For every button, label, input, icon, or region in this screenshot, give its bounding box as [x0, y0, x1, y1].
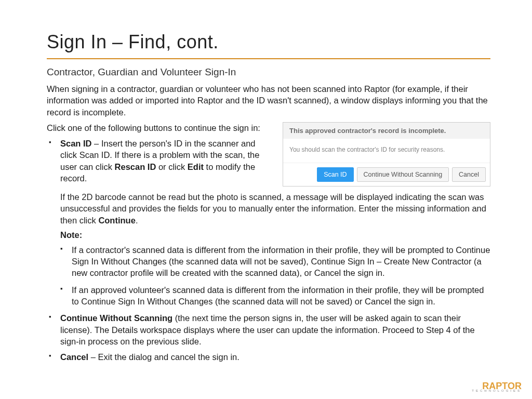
scan-id-button[interactable]: Scan ID	[317, 167, 353, 182]
note-label: Note:	[60, 230, 490, 240]
barcode-paragraph: If the 2D barcode cannot be read but the…	[60, 191, 490, 226]
logo-main-text: RAPTOR	[472, 383, 522, 390]
logo-sub-text: TECHNOLOGIES	[472, 390, 522, 392]
cancel-button[interactable]: Cancel	[452, 167, 486, 182]
note-item-contractor: If a contractor's scanned data is differ…	[72, 244, 490, 279]
cws-label: Continue Without Scanning	[60, 313, 172, 323]
title-rule	[47, 58, 490, 59]
bullet-cancel: Cancel – Exit the dialog and cancel the …	[60, 351, 490, 363]
edit-bold: Edit	[188, 162, 204, 171]
lead-in-text: Click one of the following buttons to co…	[47, 122, 274, 134]
page-title: Sign In – Find, cont.	[47, 31, 490, 53]
note-item-volunteer: If an approved volunteer's scanned data …	[72, 284, 490, 308]
raptor-logo: RAPTOR TECHNOLOGIES	[472, 383, 522, 392]
cancel-text: – Exit the dialog and cancel the sign in…	[88, 352, 240, 362]
cancel-label: Cancel	[60, 352, 88, 362]
continue-bold: Continue	[98, 216, 136, 225]
barcode-text-b: .	[136, 216, 138, 225]
bullet-scan-id: Scan ID – Insert the person's ID in the …	[60, 138, 274, 184]
rescan-id-bold: Rescan ID	[115, 162, 156, 171]
bullet-continue-without-scanning: Continue Without Scanning (the next time…	[60, 312, 490, 347]
continue-without-scanning-button[interactable]: Continue Without Scanning	[357, 167, 449, 182]
intro-paragraph: When signing in a contractor, guardian o…	[47, 83, 490, 118]
scan-id-label: Scan ID	[60, 139, 92, 148]
incomplete-record-dialog: This approved contractor's record is inc…	[283, 122, 490, 187]
dialog-footer: Scan ID Continue Without Scanning Cancel	[283, 163, 490, 186]
dialog-body-text: You should scan the contractor's ID for …	[283, 139, 490, 163]
scan-id-text-2: or click	[156, 162, 188, 171]
section-subtitle: Contractor, Guardian and Volunteer Sign-…	[47, 66, 490, 78]
dialog-header: This approved contractor's record is inc…	[283, 123, 490, 139]
